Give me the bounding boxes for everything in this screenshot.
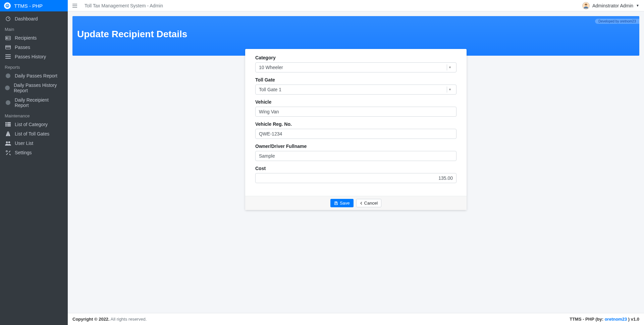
sidebar: TTMS - PHP Dashboard Main Recipients P — [0, 0, 68, 325]
nav-user-list[interactable]: User List — [0, 139, 68, 148]
svg-rect-17 — [8, 132, 8, 133]
toll-gate-select-value: Toll Gate 1 — [259, 87, 447, 92]
nav-passes[interactable]: Passes — [0, 43, 68, 52]
nav-header-maintenance: Maintenance — [0, 110, 68, 120]
circle-icon — [5, 73, 11, 78]
save-button[interactable]: Save — [330, 199, 354, 207]
nav-category-list-label: List of Category — [15, 122, 48, 127]
svg-rect-14 — [7, 124, 11, 125]
form-card: Category 10 Wheeler ▼ Toll Gate Toll Gat… — [245, 49, 467, 210]
nav-header-main: Main — [0, 23, 68, 33]
category-select[interactable]: 10 Wheeler ▼ — [255, 62, 457, 72]
svg-point-0 — [5, 4, 9, 8]
svg-rect-15 — [5, 125, 7, 126]
cancel-button-label: Cancel — [364, 201, 378, 206]
nav-settings-label: Settings — [15, 150, 32, 155]
chevron-left-icon — [360, 202, 363, 205]
nav-daily-passes-history-label: Daily Passes History Report — [14, 83, 63, 93]
user-menu[interactable]: Adminstrator Admin ▼ — [582, 2, 639, 9]
save-icon — [334, 201, 338, 205]
list-icon — [5, 54, 11, 59]
th-list-icon — [5, 122, 11, 127]
toll-gate-label: Toll Gate — [255, 77, 457, 83]
svg-rect-8 — [5, 54, 11, 55]
nav-category-list[interactable]: List of Category — [0, 120, 68, 129]
nav-toll-gates-label: List of Toll Gates — [15, 131, 49, 137]
brand[interactable]: TTMS - PHP — [0, 0, 68, 11]
page-title: Update Recipient Details — [77, 29, 635, 40]
caret-down-icon: ▼ — [636, 4, 639, 7]
topbar: Toll Tax Management System - Admin Admin… — [68, 0, 644, 11]
nav-user-list-label: User List — [15, 141, 33, 146]
footer-copyright-bold: Copyright © 2022. — [72, 317, 110, 322]
category-label: Category — [255, 55, 457, 60]
nav-passes-history[interactable]: Passes History — [0, 52, 68, 61]
nav-settings[interactable]: Settings — [0, 148, 68, 157]
brand-logo-icon — [4, 2, 11, 9]
svg-rect-12 — [7, 122, 11, 123]
footer-author-link[interactable]: oretnom23 — [605, 317, 627, 322]
circle-icon — [5, 86, 10, 90]
nav-recipients-label: Recipients — [15, 35, 37, 41]
circle-icon — [5, 100, 11, 105]
avatar-icon — [582, 2, 590, 9]
svg-rect-26 — [335, 203, 337, 205]
nav-toll-gates[interactable]: List of Toll Gates — [0, 129, 68, 139]
chevron-down-icon: ▼ — [447, 87, 453, 93]
footer-copyright-rest: All rights reserved. — [110, 317, 147, 322]
nav-header-reports: Reports — [0, 61, 68, 71]
nav-daily-recipient-label: Daily Receipient Report — [15, 97, 63, 108]
reg-no-input[interactable] — [255, 129, 457, 139]
svg-rect-13 — [5, 124, 7, 125]
menu-toggle-icon[interactable] — [72, 4, 77, 8]
dashboard-icon — [5, 16, 11, 21]
user-name: Adminstrator Admin — [592, 3, 633, 8]
cost-input[interactable] — [255, 173, 457, 183]
category-select-value: 10 Wheeler — [259, 65, 447, 70]
vehicle-input[interactable] — [255, 107, 457, 117]
svg-rect-19 — [8, 135, 8, 136]
footer-right-suffix: ) v1.0 — [627, 317, 639, 322]
road-icon — [5, 131, 11, 136]
svg-rect-5 — [8, 38, 10, 39]
cost-label: Cost — [255, 166, 457, 171]
users-icon — [5, 141, 11, 146]
svg-rect-25 — [335, 202, 337, 203]
nav-passes-history-label: Passes History — [15, 54, 46, 59]
svg-point-20 — [6, 141, 8, 143]
chevron-down-icon: ▼ — [447, 64, 453, 70]
credit-card-icon — [5, 45, 11, 49]
nav-recipients[interactable]: Recipients — [0, 33, 68, 43]
nav-daily-passes-label: Daily Passes Report — [15, 73, 57, 78]
svg-point-21 — [8, 141, 10, 143]
svg-rect-7 — [6, 46, 11, 47]
svg-rect-9 — [5, 56, 11, 57]
svg-rect-16 — [7, 125, 11, 126]
svg-point-22 — [6, 151, 7, 152]
id-card-icon — [5, 36, 11, 40]
svg-rect-18 — [8, 133, 8, 134]
nav-dashboard-label: Dashboard — [15, 16, 38, 21]
topbar-title: Toll Tax Management System - Admin — [85, 3, 163, 8]
svg-rect-11 — [5, 122, 7, 123]
svg-rect-10 — [5, 58, 11, 59]
reg-no-label: Vehicle Reg. No. — [255, 121, 457, 127]
svg-rect-3 — [6, 37, 8, 39]
toll-gate-select[interactable]: Toll Gate 1 ▼ — [255, 85, 457, 95]
dev-badge: Developed by oretnom23 — [595, 19, 639, 24]
nav-daily-passes[interactable]: Daily Passes Report — [0, 71, 68, 80]
save-button-label: Save — [340, 201, 350, 206]
vehicle-label: Vehicle — [255, 99, 457, 105]
nav-passes-label: Passes — [15, 45, 30, 50]
cancel-button[interactable]: Cancel — [356, 199, 381, 207]
owner-label: Owner/Driver Fullname — [255, 144, 457, 149]
svg-rect-4 — [8, 37, 10, 38]
brand-title: TTMS - PHP — [14, 3, 43, 9]
footer: Copyright © 2022. All rights reserved. T… — [68, 313, 644, 325]
nav-dashboard[interactable]: Dashboard — [0, 14, 68, 23]
nav-daily-passes-history[interactable]: Daily Passes History Report — [0, 80, 68, 95]
owner-input[interactable] — [255, 151, 457, 161]
footer-right-prefix: TTMS - PHP (by: — [570, 317, 604, 322]
tools-icon — [5, 150, 11, 155]
nav-daily-recipient[interactable]: Daily Receipient Report — [0, 95, 68, 110]
